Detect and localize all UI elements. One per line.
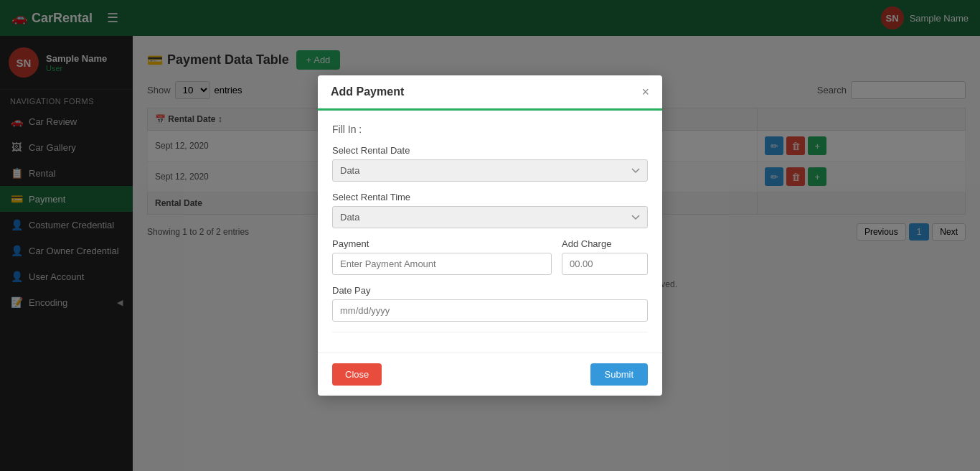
payment-label: Payment <box>332 238 552 249</box>
modal-footer: Close Submit <box>318 353 662 396</box>
select-rental-time[interactable]: Data <box>332 206 648 228</box>
payment-input[interactable] <box>332 253 552 275</box>
add-charge-group: Add Charge <box>562 238 648 275</box>
add-payment-modal: Add Payment × Fill In : Select Rental Da… <box>318 75 662 396</box>
modal-body: Fill In : Select Rental Date Data Select… <box>318 111 662 353</box>
fill-in-label: Fill In : <box>332 123 648 135</box>
modal-divider <box>332 332 648 332</box>
close-modal-button[interactable]: Close <box>332 363 382 386</box>
modal-header: Add Payment × <box>318 75 662 111</box>
payment-group: Payment <box>332 238 552 275</box>
select-rental-date-group: Select Rental Date Data <box>332 145 648 182</box>
modal-close-button[interactable]: × <box>641 85 649 98</box>
modal-overlay: Add Payment × Fill In : Select Rental Da… <box>0 0 980 471</box>
add-charge-label: Add Charge <box>562 238 648 249</box>
date-pay-input[interactable] <box>332 299 648 322</box>
select-rental-date-label: Select Rental Date <box>332 145 648 156</box>
select-rental-date[interactable]: Data <box>332 159 648 182</box>
select-rental-time-group: Select Rental Time Data <box>332 192 648 228</box>
modal-title: Add Payment <box>331 85 404 98</box>
select-rental-time-label: Select Rental Time <box>332 192 648 202</box>
date-pay-group: Date Pay <box>332 285 648 322</box>
payment-row: Payment Add Charge <box>332 238 648 285</box>
add-charge-input[interactable] <box>562 253 648 275</box>
submit-button[interactable]: Submit <box>590 363 648 386</box>
date-pay-label: Date Pay <box>332 285 648 296</box>
